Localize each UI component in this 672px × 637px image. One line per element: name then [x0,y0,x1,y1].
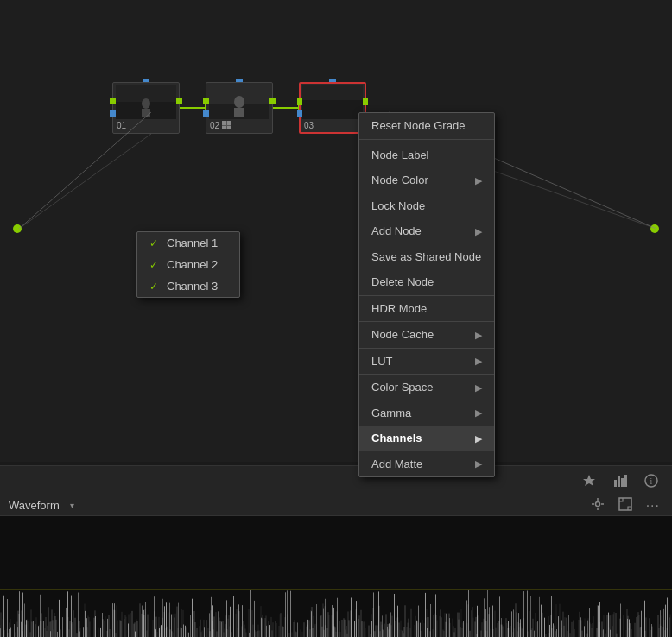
channel-3-check: ✓ [149,281,162,293]
waveform-canvas [0,516,672,637]
waveform-expand-button[interactable] [615,497,636,514]
gamma-arrow: ▶ [475,406,482,420]
star-icon [581,473,597,489]
waveform-label: Waveform [9,499,60,512]
menu-item-add-node[interactable]: Add Node ▶ [359,218,494,244]
node-02[interactable]: 02 [206,82,273,134]
node-01-label: 01 [117,121,126,130]
svg-rect-26 [619,498,631,510]
menu-item-gamma[interactable]: Gamma ▶ [359,400,494,426]
svg-rect-7 [142,109,150,117]
svg-point-21 [595,502,599,507]
left-output-port[interactable] [13,224,22,233]
menu-item-color-space[interactable]: Color Space ▶ [359,374,494,400]
conn-line-2: ▶ [273,107,299,109]
svg-rect-15 [614,480,617,487]
menu-item-reset-node-grade[interactable]: Reset Node Grade [359,113,494,140]
waveform-dropdown-arrow[interactable]: ▾ [70,501,74,510]
menu-item-hdr-mode[interactable]: HDR Mode [359,295,494,322]
svg-point-10 [234,96,244,108]
node-03[interactable]: 03 [299,82,366,134]
info-icon: i [643,473,659,489]
channels-arrow: ▶ [475,432,482,446]
menu-item-lut[interactable]: LUT ▶ [359,348,494,375]
node-01-label-row: 01 [113,119,179,132]
waveform-settings-button[interactable] [587,497,608,514]
context-menu: Reset Node Grade Node Label Node Color ▶… [358,112,495,477]
conn-arrow-1: ▶ [180,107,206,109]
submenu-channel-3[interactable]: ✓ Channel 3 [137,275,239,297]
node-02-grid-icon [222,121,231,129]
svg-rect-16 [618,476,620,487]
menu-item-add-matte[interactable]: Add Matte ▶ [359,451,494,477]
svg-line-2 [19,134,151,229]
add-matte-arrow: ▶ [475,457,482,471]
add-node-arrow: ▶ [475,224,482,239]
svg-rect-17 [621,478,624,487]
connection-lines [0,0,672,462]
channels-submenu: ✓ Channel 1 ✓ Channel 2 ✓ Channel 3 [136,231,240,298]
waveform-display [0,516,672,637]
waveform-chart-icon [612,473,628,489]
channel-1-check: ✓ [149,237,162,249]
node-02-thumb-svg [209,85,269,119]
node-02-thumbnail [209,85,269,119]
node-03-thumbnail [302,85,363,119]
node-01-thumbnail [116,85,176,119]
svg-rect-13 [302,100,363,119]
svg-point-6 [142,98,150,109]
menu-item-node-color[interactable]: Node Color ▶ [359,167,494,193]
right-output-port[interactable] [650,224,659,233]
node-02-wrapper: 02 [206,82,273,134]
menu-item-channels[interactable]: Channels ▶ [359,426,494,451]
node-graph: 01 ▶ [0,0,672,462]
node-02-right-port[interactable] [269,98,276,104]
node-02-label: 02 [210,121,219,130]
svg-text:i: i [650,476,653,486]
waveform-more-button[interactable]: ··· [643,498,663,514]
node-color-arrow: ▶ [475,173,482,188]
node-03-thumb-svg [302,85,363,119]
node-03-wrapper: 03 [299,82,366,134]
svg-rect-18 [624,475,627,487]
submenu-channel-1[interactable]: ✓ Channel 1 [137,232,239,254]
conn-line-1: ▶ [180,107,206,109]
channel-2-check: ✓ [149,259,162,271]
svg-rect-11 [234,108,244,117]
bottom-toolbar: i [0,465,672,495]
expand-icon [618,497,632,511]
settings-icon [591,497,605,511]
node-01-right-port[interactable] [175,98,182,104]
nodes-row: 01 ▶ [112,82,366,134]
node-02-label-row: 02 [206,119,272,132]
conn-arrow-2: ▶ [273,107,299,109]
node-01-thumb-svg [116,85,176,119]
node-01[interactable]: 01 [112,82,180,134]
waveform-bar: Waveform ▾ ··· [0,495,672,516]
menu-item-delete-node[interactable]: Delete Node [359,269,494,295]
lut-arrow: ▶ [475,354,482,369]
waveform-tool-button[interactable] [608,470,632,492]
svg-marker-14 [583,475,595,486]
node-03-label: 03 [304,121,314,130]
menu-item-node-cache[interactable]: Node Cache ▶ [359,321,494,348]
node-cache-arrow: ▶ [475,328,482,343]
submenu-channel-2[interactable]: ✓ Channel 2 [137,254,239,275]
node-01-wrapper: 01 [112,82,180,134]
info-tool-button[interactable]: i [639,470,663,492]
menu-item-lock-node[interactable]: Lock Node [359,193,494,219]
color-space-arrow: ▶ [475,381,482,395]
menu-item-node-label[interactable]: Node Label [359,142,494,168]
star-tool-button[interactable] [577,470,601,492]
node-03-label-row: 03 [301,119,365,132]
menu-item-save-shared-node[interactable]: Save as Shared Node [359,244,494,270]
more-dots-icon: ··· [646,498,660,513]
